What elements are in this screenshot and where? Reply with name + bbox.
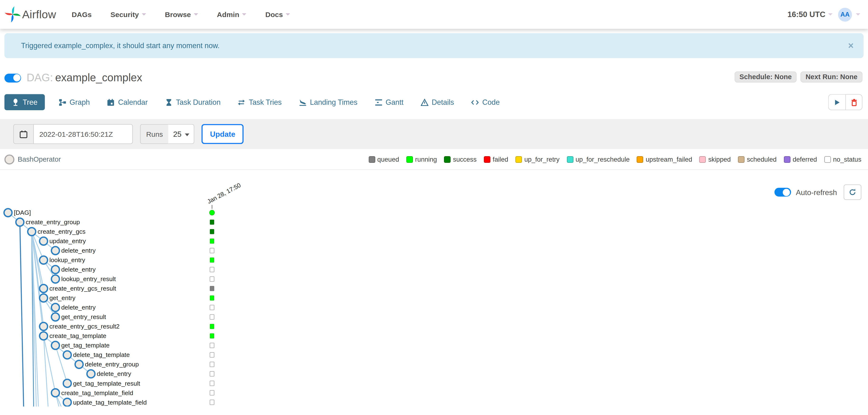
status-label: running (415, 156, 437, 164)
chevron-down-icon (193, 13, 198, 16)
task-status-square[interactable] (210, 362, 214, 367)
clock-dropdown[interactable]: 16:50 UTC (787, 10, 833, 19)
tab-landing-times[interactable]: Landing Times (296, 94, 361, 110)
task-status-square[interactable] (210, 381, 214, 386)
task-status-square[interactable] (210, 220, 214, 225)
task-status-square[interactable] (210, 333, 214, 338)
task-label: delete_tag_template (73, 351, 130, 358)
task-status-square[interactable] (210, 296, 214, 300)
task-node-get_entry_result[interactable] (52, 313, 59, 321)
tab-label: Task Tries (249, 98, 282, 107)
nav-item-dags[interactable]: DAGs (71, 10, 91, 19)
nav-item-security[interactable]: Security (111, 10, 146, 19)
run-column-label: Jan 28, 17:50 (206, 182, 242, 205)
task-node-lookup_entry_result[interactable] (52, 275, 59, 283)
nav-item-browse[interactable]: Browse (165, 10, 198, 19)
task-node-get_entry[interactable] (39, 294, 48, 302)
tab-gantt[interactable]: Gantt (371, 94, 407, 110)
task-status-square[interactable] (210, 248, 214, 253)
graph-icon (59, 98, 66, 106)
task-node-delete_entry[interactable] (52, 246, 59, 255)
task-status-square[interactable] (210, 400, 214, 405)
task-status-square[interactable] (210, 286, 214, 291)
delete-dag-button[interactable] (845, 94, 862, 110)
chevron-down-icon (142, 13, 146, 16)
calendar-icon (107, 98, 115, 106)
task-node-create_entry_gcs[interactable] (28, 228, 36, 236)
tab-task-tries[interactable]: Task Tries (234, 94, 285, 110)
status-swatch (824, 156, 831, 163)
task-status-square[interactable] (210, 239, 214, 244)
tab-label: Calendar (118, 98, 148, 107)
nav-item-admin[interactable]: Admin (217, 10, 247, 19)
auto-refresh-toggle[interactable] (774, 188, 791, 197)
task-node-delete_entry[interactable] (87, 370, 95, 378)
status-swatch (567, 156, 573, 163)
status-label: no_status (833, 156, 861, 164)
task-status-square[interactable] (210, 315, 214, 320)
task-node-create_entry_group[interactable] (16, 218, 24, 226)
task-node-update_tag_template_field[interactable] (63, 398, 71, 407)
refresh-button[interactable] (844, 184, 861, 200)
nav-item-docs[interactable]: Docs (265, 10, 290, 19)
trigger-dag-button[interactable] (828, 94, 845, 110)
task-status-square[interactable] (210, 267, 214, 272)
task-label: update_entry (49, 237, 86, 245)
task-status-square[interactable] (210, 276, 214, 281)
update-button[interactable]: Update (202, 124, 244, 144)
nav-item-label: Browse (165, 10, 191, 19)
tab-tree[interactable]: Tree (4, 94, 45, 110)
task-node-DAG[interactable] (4, 209, 12, 217)
user-menu[interactable]: AA (838, 7, 860, 21)
task-node-delete_entry[interactable] (52, 266, 59, 274)
tab-graph[interactable]: Graph (55, 94, 93, 110)
task-node-update_entry[interactable] (39, 237, 48, 245)
tab-code[interactable]: Code (468, 94, 503, 110)
status-swatch (784, 156, 790, 163)
task-status-square[interactable] (210, 324, 214, 329)
task-node-create_tag_template_field[interactable] (52, 389, 59, 397)
task-label: create_tag_template_field (61, 389, 133, 396)
tab-calendar[interactable]: Calendar (104, 94, 151, 110)
airflow-logo[interactable]: Airflow (4, 6, 56, 23)
task-status-square[interactable] (210, 258, 214, 263)
chevron-down-icon (185, 133, 189, 136)
task-node-get_tag_template[interactable] (52, 342, 59, 350)
status-legend-queued: queued (368, 156, 399, 164)
task-status-square[interactable] (210, 229, 214, 234)
tab-task-duration[interactable]: Task Duration (161, 94, 224, 110)
task-node-lookup_entry[interactable] (39, 256, 48, 264)
task-node-delete_tag_template[interactable] (63, 351, 71, 359)
status-legend-success: success (444, 156, 477, 164)
tree-edge (20, 222, 24, 407)
status-label: scheduled (747, 156, 777, 164)
task-label: [DAG] (14, 209, 31, 216)
close-icon[interactable]: × (846, 41, 856, 51)
task-node-delete_entry_group[interactable] (75, 360, 83, 368)
view-tabs-row: TreeGraphCalendarTask DurationTask Tries… (4, 94, 863, 110)
task-label: create_tag_template (49, 332, 106, 339)
task-status-square[interactable] (210, 343, 214, 348)
schedule-badges: Schedule: NoneNext Run: None (734, 71, 862, 83)
task-node-get_tag_template_result[interactable] (63, 380, 71, 387)
task-node-create_entry_gcs_result[interactable] (39, 285, 48, 293)
task-node-create_tag_template[interactable] (39, 332, 48, 340)
task-label: delete_entry (61, 247, 96, 254)
task-node-create_entry_gcs_result2[interactable] (39, 323, 48, 331)
runs-select[interactable]: 25 (168, 124, 194, 144)
task-status-square[interactable] (210, 390, 214, 395)
task-status-square[interactable] (210, 352, 214, 357)
tab-details[interactable]: Details (417, 94, 458, 110)
base-date-input[interactable] (33, 124, 133, 144)
task-label: update_tag_template_field (73, 399, 147, 406)
status-label: failed (493, 156, 508, 164)
dag-run-status-circle[interactable] (210, 210, 215, 215)
task-status-square[interactable] (210, 305, 214, 310)
task-status-square[interactable] (210, 372, 214, 376)
task-label: delete_entry (61, 304, 96, 311)
task-node-delete_entry[interactable] (52, 304, 59, 312)
status-label: up_for_reschedule (576, 156, 630, 164)
dag-pause-toggle[interactable] (4, 73, 21, 82)
tab-label: Task Duration (176, 98, 221, 107)
code-icon (471, 98, 479, 106)
